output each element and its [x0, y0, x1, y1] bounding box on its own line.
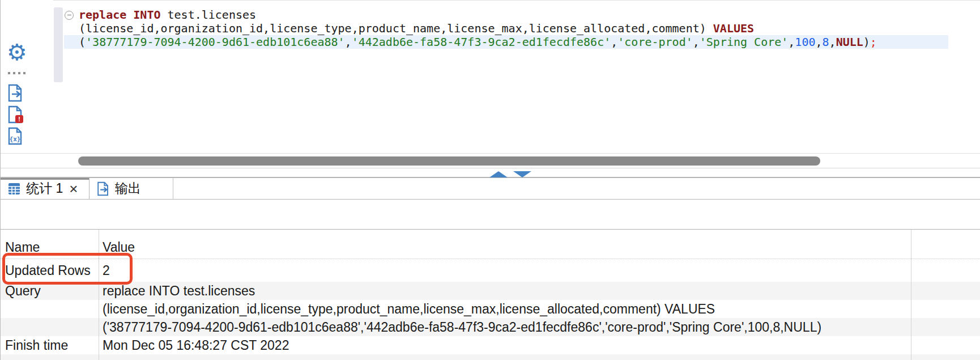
collapse-panel-down-icon[interactable]: [513, 171, 531, 177]
sash-collapse-controls: [489, 171, 531, 177]
updated-rows-highlight-annotation: [2, 253, 133, 285]
document-variables-icon[interactable]: {x}: [7, 127, 24, 145]
grid-header-row: Name Value: [1, 230, 980, 259]
svg-text:{x}: {x}: [10, 135, 21, 143]
column-divider[interactable]: [99, 230, 99, 360]
stats-row-query[interactable]: Queryreplace INTO test.licenses: [1, 282, 980, 300]
tab-statistics[interactable]: 统计 1 ×: [1, 178, 90, 199]
tab-label: 输出: [115, 180, 141, 197]
column-divider[interactable]: [911, 230, 911, 360]
stats-value-cell: replace INTO test.licenses: [99, 283, 255, 299]
sql-code-line[interactable]: (license_id,organization_id,license_type…: [64, 22, 948, 35]
vertical-scrollbar[interactable]: [54, 7, 63, 82]
svg-text:!: !: [18, 116, 20, 122]
stats-row-finish-time[interactable]: Finish timeMon Dec 05 16:48:27 CST 2022: [1, 336, 980, 354]
stats-value-cell: ('38777179-7094-4200-9d61-edb101c6ea88',…: [99, 320, 821, 335]
drag-dots-icon[interactable]: [8, 72, 25, 74]
close-icon[interactable]: ×: [69, 183, 78, 194]
stats-name-cell: Finish time: [1, 338, 99, 353]
statistics-grid: Name Value Updated Rows2Queryreplace INT…: [1, 229, 980, 360]
horizontal-scrollbar-thumb[interactable]: [78, 156, 820, 166]
editor-top-border: [53, 0, 980, 1]
editor-bottom-border: [1, 153, 980, 154]
stats-value-cell: (license_id,organization_id,license_type…: [99, 302, 715, 317]
tab-output[interactable]: 输出: [90, 178, 173, 199]
editor-toolbar-rail: ⚙ ! {x}: [1, 0, 53, 153]
stats-value-cell: Mon Dec 05 16:48:27 CST 2022: [99, 338, 289, 353]
sql-code-line[interactable]: ('38777179-7094-4200-9d61-edb101c6ea88',…: [64, 35, 948, 49]
stats-name-cell: Query: [1, 283, 99, 299]
sql-editor-window: ⚙ ! {x} − repl: [0, 0, 980, 360]
panel-sash[interactable]: [1, 168, 980, 168]
export-document-icon[interactable]: [7, 84, 24, 102]
sql-code-line[interactable]: replace INTO test.licenses: [64, 8, 948, 22]
stats-row[interactable]: ('38777179-7094-4200-9d61-edb101c6ea88',…: [1, 318, 980, 336]
gear-icon[interactable]: ⚙: [7, 41, 27, 63]
maximize-panel-up-icon[interactable]: [489, 171, 508, 177]
document-error-icon[interactable]: !: [7, 105, 24, 124]
stats-row-updated-rows[interactable]: Updated Rows2: [1, 259, 980, 282]
tab-label: 统计 1: [26, 180, 63, 197]
stats-row[interactable]: [1, 354, 980, 360]
results-tab-bar: 统计 1 × 输出: [1, 177, 980, 200]
stats-row[interactable]: (license_id,organization_id,license_type…: [1, 300, 980, 318]
grid-rows: Updated Rows2Queryreplace INTO test.lice…: [1, 259, 980, 360]
table-grid-icon: [7, 182, 21, 196]
sql-editor-area[interactable]: replace INTO test.licenses(license_id,or…: [64, 8, 948, 144]
output-icon: [96, 181, 110, 196]
